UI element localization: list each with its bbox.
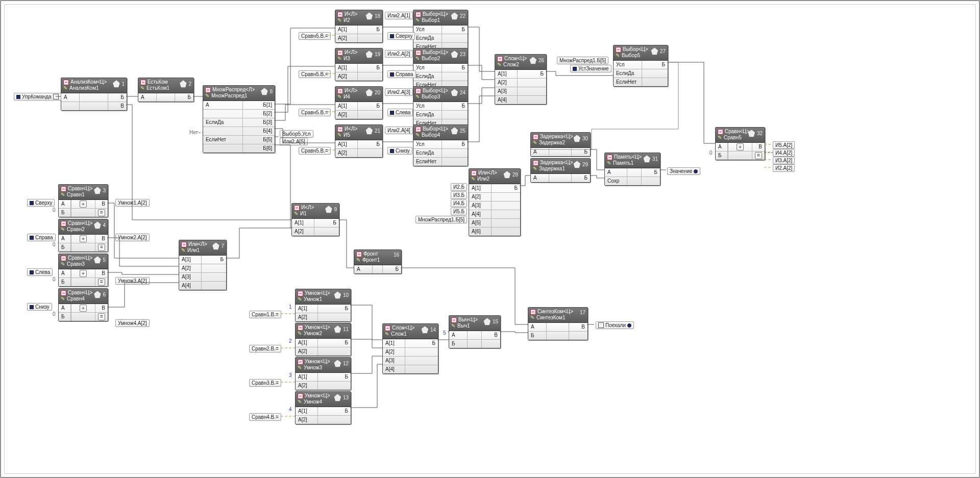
tag-i3-b[interactable]: И3.Б xyxy=(451,191,467,199)
tag-mnozrazpred-b5-b[interactable]: МножРаспред1.Б[5] xyxy=(557,57,608,64)
tag-ili2-a1[interactable]: Или2.А[1] xyxy=(385,12,413,19)
tag-sravn5-v-b[interactable]: Сравн5.В.= xyxy=(299,70,331,78)
tag-ili2-a5[interactable]: Или2.А[5] xyxy=(280,138,308,145)
block-i1[interactable]: –И<Л> И1 9 А[1]Б А[2] xyxy=(291,203,339,236)
pin-sleva-a[interactable]: Слева xyxy=(27,268,53,276)
tag-sravn5-v-c[interactable]: Сравн5.В.= xyxy=(299,109,331,116)
pin-poehali[interactable]: Поехали xyxy=(596,321,634,329)
pin-ustznachenie[interactable]: УстЗначение xyxy=(570,65,611,72)
tag-i2-b[interactable]: И2.Б xyxy=(451,183,467,191)
const-0-2: 0 xyxy=(53,242,56,247)
pin-sleva-b[interactable]: Слева xyxy=(387,109,413,116)
block-i5[interactable]: –И<Л>И521 А[1]БА[2] xyxy=(335,124,383,158)
tag-sravn3-v[interactable]: Сравн3.В.= xyxy=(249,379,281,387)
tag-vybor5-usl[interactable]: Выбор5.Усл xyxy=(280,130,313,138)
pin-uprkomanda[interactable]: УпрКоманда xyxy=(14,93,61,100)
tag-i5-b[interactable]: И5.Б xyxy=(451,208,467,215)
const-1: 1 xyxy=(289,304,292,310)
tag-ili2-a2[interactable]: Или2.А[2] xyxy=(385,50,413,58)
tag-ili2-a4[interactable]: Или2.А[4] xyxy=(385,127,413,134)
block-front1[interactable]: –Фронт Фронт1 16 АБ xyxy=(354,249,402,274)
block-umnozh1[interactable]: –Умнож<Ц> Умнож1 10 А[1]Б А[2] xyxy=(295,289,351,322)
tag-sravn4-v[interactable]: Сравн4.В.= xyxy=(249,413,281,421)
tag-i4-b[interactable]: И4.Б xyxy=(451,199,467,207)
block-vybor5[interactable]: –Выбор<Ц>Выбор527 УслБЕслиДаЕслиНет xyxy=(613,45,668,87)
pin-sverhu-b[interactable]: Сверху xyxy=(387,32,415,40)
tag-i5-a2[interactable]: И5.А[2] xyxy=(773,141,795,149)
block-vybor1[interactable]: –Выбор<Ц>Выбор122 УслБЕслиДаЕслиНет xyxy=(413,10,468,52)
block-umnozh3[interactable]: –Умнож<Ц> Умнож3 12 А[1]Б А[2] xyxy=(295,357,351,390)
block-zaderzhka1[interactable]: –Задержка<Ц>Задержка129 АБ xyxy=(530,158,591,183)
block-ili2[interactable]: –Или<Л>Или228 А[1]Б А[2] А[3] А[4] А[5] … xyxy=(469,168,521,236)
block-zaderzhka2[interactable]: –Задержка<Ц>Задержка230 АБ xyxy=(530,132,591,157)
tag-i2-a2[interactable]: И2.А[2] xyxy=(773,164,795,172)
block-sravn5[interactable]: –Сравн<Ц>Сравн532 А＋В Б= xyxy=(715,127,765,160)
block-estkom1[interactable]: –ЕстьКом ЕстьКом1 2 АБ xyxy=(138,78,194,102)
block-sravn1[interactable]: –Сравн<Ц> Сравн1 3 А＋В Б= xyxy=(58,184,108,217)
tag-umnozh1-a2[interactable]: Умнож1.А[2] xyxy=(115,199,150,207)
tag-ili2-a3[interactable]: Или2.А[3] xyxy=(385,88,413,96)
diagram-canvas[interactable]: { "blocks": { "b1": {"type":"АнализКом<Ц… xyxy=(0,0,980,478)
tag-mnozrazpred-b5-a[interactable]: МножРаспред1.Б[5] xyxy=(415,216,467,223)
block-i3[interactable]: –И<Л>И319 А[1]БА[2] xyxy=(335,48,383,81)
pin-znachenie[interactable]: Значение xyxy=(667,167,700,175)
pin-snizu-a[interactable]: Снизу xyxy=(27,303,52,311)
const-0-1: 0 xyxy=(53,207,56,213)
block-umnozh2[interactable]: –Умнож<Ц> Умнож2 11 А[1]Б А[2] xyxy=(295,323,351,356)
const-0-4: 0 xyxy=(53,311,56,317)
pin-snizu-b[interactable]: Снизу xyxy=(387,147,412,155)
pin-sprava-b[interactable]: Справа xyxy=(387,70,416,78)
block-sravn2[interactable]: –Сравн<Ц> Сравн2 4 А＋В Б= xyxy=(58,219,108,252)
block-slozh2[interactable]: –Слож<Ц>Слож226 А[1]Б А[2] А[3] А[4] xyxy=(495,54,547,105)
block-sintezkom1[interactable]: –СинтезКом<Ц> СинтезКом1 17 АВ Б xyxy=(528,307,588,340)
const-net: Нет xyxy=(189,130,198,135)
block-i2[interactable]: –И<Л>И218 А[1]БА[2] xyxy=(335,10,383,43)
tag-i4-a2[interactable]: И4.А[2] xyxy=(773,149,795,157)
pin-sverhu-a[interactable]: Сверху xyxy=(27,199,55,207)
tag-sravn5-v-d[interactable]: Сравн5.В.= xyxy=(299,147,331,155)
block-vych1[interactable]: –Выч<Ц> Выч1 15 АВ Б xyxy=(449,315,501,348)
const-2: 2 xyxy=(289,338,292,344)
block-mnozrazpred1[interactable]: –МножРаспред<Л> МножРаспред1 8 АБ[1] Б[2… xyxy=(203,85,275,153)
pin-sprava-a[interactable]: Справа xyxy=(27,234,56,241)
tag-umnozh3-a2[interactable]: Умнож3.А[2] xyxy=(115,277,150,285)
tag-sravn5-v-a[interactable]: Сравн5.В.= xyxy=(299,32,331,40)
block-slozh1[interactable]: –Слож<Ц> Слож1 14 А[1]Б А[2] А[3] А[4] xyxy=(382,323,438,374)
const-0-5: 0 xyxy=(709,150,713,156)
const-0-3: 0 xyxy=(53,276,56,282)
block-analizkоm1[interactable]: –АнализКом<Ц> АнализКом1 1 АБ В xyxy=(61,78,127,111)
block-sravn3[interactable]: –Сравн<Ц> Сравн3 5 А＋В Б= xyxy=(58,254,108,287)
tag-i3-a2[interactable]: И3.А[2] xyxy=(773,157,795,164)
const-5: 5 xyxy=(443,330,446,336)
block-ili1[interactable]: –Или<Л> Или1 7 А[1]Б А[2] А[3] А[4] xyxy=(179,240,227,290)
block-vybor4[interactable]: –Выбор<Ц>Выбор425 УслБЕслиДаЕслиНет xyxy=(413,124,468,166)
block-i4[interactable]: –И<Л>И420 А[1]БА[2] xyxy=(335,86,383,119)
block-sravn4[interactable]: –Сравн<Ц> Сравн4 6 А＋В Б= xyxy=(58,288,108,321)
tag-umnozh2-a2[interactable]: Умнож2.А[2] xyxy=(115,234,150,241)
tag-umnozh4-a2[interactable]: Умнож4.А[2] xyxy=(115,319,150,327)
wires-layer xyxy=(5,5,975,473)
tag-sravn2-v[interactable]: Сравн2.В.= xyxy=(249,345,281,353)
tag-sravn1-v[interactable]: Сравн1.В.= xyxy=(249,311,281,318)
block-pamyat1[interactable]: –Память<Ц>Память131 АБ Сохр xyxy=(604,153,660,186)
const-3: 3 xyxy=(289,372,292,378)
block-vybor3[interactable]: –Выбор<Ц>Выбор324 УслБЕслиДаЕслиНет xyxy=(413,86,468,128)
block-vybor2[interactable]: –Выбор<Ц>Выбор223 УслБЕслиДаЕслиНет xyxy=(413,48,468,90)
block-umnozh4[interactable]: –Умнож<Ц> Умнож4 13 А[1]Б А[2] xyxy=(295,391,351,424)
const-4: 4 xyxy=(289,407,292,412)
